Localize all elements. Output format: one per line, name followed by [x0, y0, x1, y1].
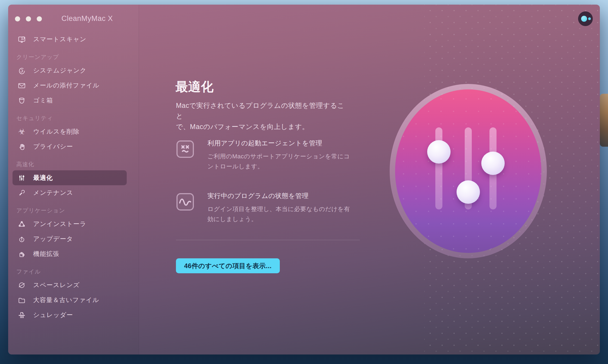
optimization-illustration-gradient: [395, 89, 541, 253]
dead-face-icon: [176, 140, 194, 158]
puzzle-icon: [16, 250, 27, 258]
sidebar-item-label: ゴミ箱: [33, 96, 53, 105]
mail-attachments-icon: [16, 81, 27, 90]
page-title: 最適化: [175, 79, 214, 95]
sidebar-item-uninstaller[interactable]: アンインストーラ: [8, 216, 139, 231]
assistant-small-dot-icon: [588, 17, 591, 20]
minimize-button[interactable]: [26, 16, 31, 21]
sidebar-item-label: システムジャンク: [33, 66, 86, 75]
hand-icon: [16, 142, 27, 151]
sidebar-item-virus-removal[interactable]: ☣ ウイルスを削除: [8, 124, 139, 139]
folder-icon: [16, 296, 27, 305]
smart-scan-icon: [16, 35, 27, 44]
uninstaller-icon: [16, 220, 27, 228]
page-description: Macで実行されているプログラムの状態を管理すること で、Macのパフォーマンス…: [176, 100, 350, 132]
sidebar: スマートスキャン クリーンアップ システムジャンク: [8, 5, 139, 354]
sidebar-item-shredder[interactable]: シュレッダー: [8, 307, 139, 322]
screen: { "window": { "app_title": "CleanMyMac X…: [0, 0, 608, 364]
sidebar-item-smart-scan[interactable]: スマートスキャン: [8, 32, 139, 47]
feature-description: ご利用のMacのサポートアプリケーションを常にコントロールします。: [207, 151, 353, 171]
sidebar-item-maintenance[interactable]: メンテナンス: [8, 185, 139, 200]
slider-track: [435, 127, 442, 209]
slider-knob: [481, 152, 505, 175]
sidebar-item-system-junk[interactable]: システムジャンク: [8, 63, 139, 78]
sidebar-item-mail-attachments[interactable]: メールの添付ファイル: [8, 78, 139, 93]
shredder-icon: [16, 311, 27, 319]
sidebar-item-label: プライバシー: [33, 142, 73, 151]
sidebar-item-label: メールの添付ファイル: [33, 81, 100, 90]
sidebar-section-cleanup: クリーンアップ: [8, 51, 139, 63]
assistant-big-dot-icon: [581, 16, 587, 22]
close-button[interactable]: [15, 16, 20, 21]
sidebar-section-applications: アプリケーション: [8, 205, 139, 216]
feature-title: 利用アプリの起動エージェントを管理: [207, 139, 322, 148]
sliders-icon: [16, 174, 27, 182]
sidebar-item-label: 最適化: [33, 174, 53, 182]
slider-knob: [457, 180, 480, 204]
zoom-button[interactable]: [37, 16, 42, 21]
feature-title: 実行中のプログラムの状態を管理: [207, 192, 309, 200]
sidebar-item-label: ウイルスを削除: [33, 127, 80, 136]
sidebar-item-trash[interactable]: ゴミ箱: [8, 93, 139, 108]
sidebar-section-files: ファイル: [8, 266, 139, 278]
show-all-items-button[interactable]: 46件のすべての項目を表示...: [176, 258, 280, 273]
sidebar-item-label: シュレッダー: [33, 311, 73, 319]
sidebar-item-large-old-files[interactable]: 大容量＆古いファイル: [8, 293, 139, 307]
cleanmymac-window: CleanMyMac X スマートスキャン クリーンアップ: [8, 5, 600, 354]
sidebar-item-label: アンインストーラ: [33, 220, 86, 228]
app-title: CleanMyMac X: [61, 14, 113, 23]
sidebar-item-label: スペースレンズ: [33, 281, 80, 289]
sidebar-item-privacy[interactable]: プライバシー: [8, 139, 139, 154]
sidebar-section-speed: 高速化: [8, 158, 139, 170]
updater-icon: [16, 235, 27, 243]
sidebar-item-updater[interactable]: アップデータ: [8, 231, 139, 246]
slider-knob: [427, 140, 451, 164]
sidebar-item-label: アップデータ: [33, 235, 73, 243]
system-junk-icon: [16, 66, 27, 75]
assistant-menu-button[interactable]: [578, 11, 593, 26]
optimization-illustration: [390, 84, 547, 258]
sidebar-item-optimization[interactable]: 最適化: [13, 170, 127, 185]
sidebar-item-label: スマートスキャン: [33, 35, 86, 43]
sidebar-item-label: 大容量＆古いファイル: [33, 296, 99, 304]
wallpaper-cliff: [600, 94, 608, 147]
wrench-icon: [16, 189, 27, 197]
sidebar-item-extensions[interactable]: 機能拡張: [8, 246, 139, 261]
planet-icon: [16, 281, 27, 290]
divider: [176, 240, 360, 240]
feature-description: ログイン項目を整理し、本当に必要なものだけを有効にしましょう。: [207, 204, 353, 224]
biohazard-icon: ☣: [16, 128, 27, 136]
wave-icon: [176, 193, 194, 211]
trash-icon: [16, 96, 27, 105]
sidebar-item-label: メンテナンス: [33, 189, 73, 197]
sidebar-menu: スマートスキャン クリーンアップ システムジャンク: [8, 32, 139, 322]
sidebar-item-label: 機能拡張: [33, 250, 59, 258]
sidebar-section-security: セキュリティ: [8, 112, 139, 124]
sidebar-item-space-lens[interactable]: スペースレンズ: [8, 278, 139, 293]
